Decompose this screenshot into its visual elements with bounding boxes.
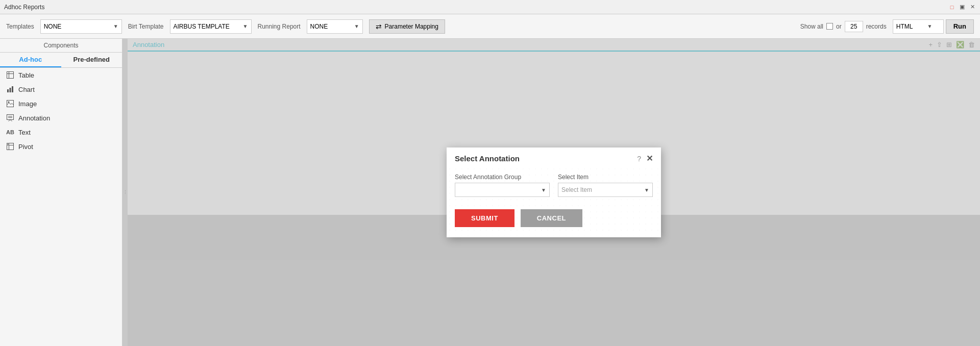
- dialog-header-icons: ? ✕: [637, 154, 653, 163]
- drag-handle[interactable]: ⋮: [122, 39, 128, 346]
- running-report-arrow-icon: ▼: [354, 23, 359, 29]
- sidebar-item-image[interactable]: Image: [0, 96, 122, 111]
- sidebar-item-annotation[interactable]: Annotation: [0, 111, 122, 125]
- svg-rect-5: [12, 86, 13, 92]
- select-item-select[interactable]: Select Item ▼: [558, 183, 653, 197]
- maximize-icon[interactable]: ▣: [959, 4, 966, 11]
- sidebar-item-pivot[interactable]: Pivot: [0, 139, 122, 154]
- content-area: Annotation + ⇧ ⊞ ❎ 🗑 Select Annotation: [128, 39, 980, 346]
- show-all-checkbox[interactable]: [826, 23, 833, 30]
- annotation-group-select[interactable]: ▼: [455, 183, 550, 197]
- sidebar-item-table[interactable]: Table: [0, 68, 122, 82]
- format-arrow-icon: ▼: [927, 23, 932, 29]
- param-mapping-button[interactable]: ⇄ Parameter Mapping: [369, 19, 445, 34]
- annotation-group-field: Select Annotation Group ▼: [455, 174, 550, 197]
- app-title: Adhoc Reports: [4, 4, 44, 11]
- sidebar: Components Ad-hoc Pre-defined Table: [0, 39, 122, 346]
- select-item-value: Select Item: [561, 186, 644, 193]
- sidebar-tabs: Ad-hoc Pre-defined: [0, 53, 122, 68]
- title-bar: Adhoc Reports □ ▣ ✕: [0, 0, 980, 14]
- cancel-button[interactable]: CANCEL: [521, 209, 582, 227]
- svg-rect-8: [7, 115, 14, 120]
- templates-label: Templates: [6, 23, 34, 30]
- run-button[interactable]: Run: [946, 19, 974, 34]
- dialog-fields-row: Select Annotation Group ▼ Select Item Se…: [455, 174, 653, 197]
- svg-rect-0: [7, 72, 14, 79]
- main-layout: Components Ad-hoc Pre-defined Table: [0, 39, 980, 346]
- templates-select[interactable]: NONE ▼: [40, 19, 122, 34]
- sidebar-item-text[interactable]: AB Text: [0, 125, 122, 139]
- image-icon: [6, 100, 14, 108]
- submit-button[interactable]: SUBMIT: [455, 209, 514, 227]
- param-mapping-icon: ⇄: [376, 22, 382, 31]
- records-input[interactable]: [845, 21, 863, 32]
- format-select[interactable]: HTML ▼: [893, 19, 944, 34]
- running-report-select[interactable]: NONE ▼: [307, 19, 363, 34]
- dialog-header: Select Annotation ? ✕: [447, 147, 661, 167]
- select-item-label: Select Item: [558, 174, 653, 181]
- annotation-group-arrow-icon: ▼: [541, 187, 546, 193]
- annotation-group-label: Select Annotation Group: [455, 174, 550, 181]
- toolbar: Templates NONE ▼ Birt Template AIRBUS TE…: [0, 14, 980, 39]
- sidebar-header: Components: [0, 39, 122, 53]
- dialog-body: Select Annotation Group ▼ Select Item Se…: [447, 167, 661, 237]
- tab-predefined[interactable]: Pre-defined: [61, 53, 122, 67]
- chart-icon: [6, 85, 14, 93]
- show-all-section: Show all or records: [800, 21, 887, 32]
- tab-adhoc[interactable]: Ad-hoc: [0, 53, 61, 67]
- table-icon: [6, 71, 14, 79]
- sidebar-item-chart[interactable]: Chart: [0, 82, 122, 96]
- svg-point-7: [8, 102, 10, 103]
- svg-rect-14: [7, 143, 9, 145]
- close-icon[interactable]: ✕: [969, 4, 976, 11]
- svg-rect-3: [7, 89, 9, 92]
- pivot-icon: [6, 142, 14, 151]
- dialog-close-icon[interactable]: ✕: [646, 154, 653, 163]
- annotation-icon: [6, 114, 14, 122]
- birt-template-select[interactable]: AIRBUS TEMPLATE ▼: [170, 19, 252, 34]
- dialog-help-icon[interactable]: ?: [637, 155, 641, 163]
- dialog-buttons-row: SUBMIT CANCEL: [455, 209, 653, 227]
- dialog-inner: Select Annotation ? ✕ Select Annotation …: [447, 147, 661, 237]
- running-report-label: Running Report: [258, 23, 301, 30]
- window-controls[interactable]: □ ▣ ✕: [948, 4, 976, 11]
- text-icon: AB: [6, 128, 14, 136]
- templates-arrow-icon: ▼: [113, 23, 118, 29]
- select-item-arrow-icon: ▼: [644, 187, 649, 193]
- minimize-icon[interactable]: □: [948, 4, 955, 11]
- select-item-field: Select Item Select Item ▼: [558, 174, 653, 197]
- format-select-wrap: HTML ▼ Run: [893, 19, 974, 34]
- birt-template-label: Birt Template: [128, 23, 164, 30]
- select-annotation-dialog: Select Annotation ? ✕ Select Annotation …: [447, 147, 661, 237]
- dialog-overlay: Select Annotation ? ✕ Select Annotation …: [128, 39, 980, 346]
- dialog-title: Select Annotation: [455, 154, 520, 163]
- svg-rect-4: [10, 88, 11, 92]
- birt-template-arrow-icon: ▼: [243, 23, 248, 29]
